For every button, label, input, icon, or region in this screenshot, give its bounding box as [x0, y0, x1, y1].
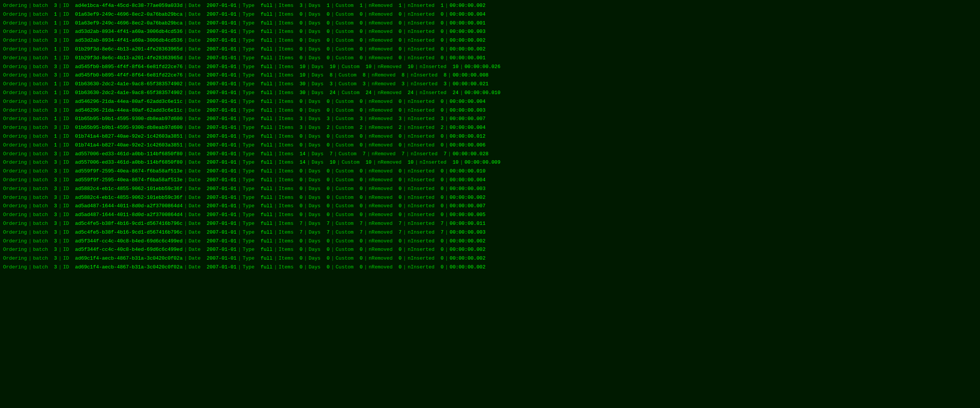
field-custom-label: Custom: [336, 54, 354, 62]
field-days-val: 0: [327, 107, 330, 115]
field-dtype-val: full: [261, 176, 273, 184]
field-type: Ordering: [3, 176, 27, 184]
field-batch-val: 1: [54, 141, 57, 150]
log-row: Ordering|batch 3|ID ad546296-21da-44ea-8…: [0, 98, 980, 106]
field-type: Ordering: [3, 185, 27, 193]
field-nremoved-label: nRemoved: [369, 185, 392, 193]
field-ninserted-label: nInserted: [411, 72, 438, 80]
field-batch-val: 1: [54, 80, 57, 88]
field-batch-val: 3: [54, 237, 57, 245]
field-date-label: Date: [189, 28, 201, 36]
field-items-label: Items: [279, 63, 294, 71]
log-row: Ordering|batch 1|ID 01b29f3d-8e6c-4b13-a…: [0, 54, 980, 63]
field-custom-label: Custom: [336, 255, 354, 263]
field-ninserted-label: nInserted: [408, 46, 434, 54]
field-items-label: Items: [279, 167, 294, 176]
field-days-label: Days: [309, 211, 320, 219]
field-ninserted-val: 0: [441, 98, 444, 106]
field-items-label: Items: [279, 80, 294, 88]
field-ninserted-label: nInserted: [408, 37, 434, 45]
field-type: Ordering: [3, 263, 27, 271]
field-batch-val: 3: [54, 211, 57, 219]
field-ninserted-val: 0: [441, 263, 444, 271]
field-time-val: 00:00:00.002: [450, 194, 486, 202]
field-time-val: 00:00:00.026: [465, 63, 501, 71]
field-days-label: Days: [309, 263, 320, 271]
field-type-label: Type: [243, 255, 255, 263]
field-nremoved-label: nRemoved: [369, 255, 392, 263]
field-batch-label: batch: [33, 159, 48, 167]
field-date-label: Date: [189, 37, 201, 45]
field-days-val: 0: [327, 54, 330, 62]
field-date-label: Date: [189, 202, 201, 210]
field-date-val: 2007-01-01: [207, 11, 237, 19]
field-nremoved-val: 0: [399, 194, 402, 202]
field-batch-val: 1: [54, 54, 57, 62]
field-time-val: 00:00:00.012: [450, 133, 486, 141]
field-date-label: Date: [189, 150, 201, 158]
field-batch-val: 3: [54, 263, 57, 271]
field-date-label: Date: [189, 246, 201, 254]
field-id-val: ad5882c4-eb1c-4855-9062-101ebb59c36f: [75, 194, 183, 202]
field-time-val: 00:00:00.003: [450, 185, 486, 193]
field-days-label: Days: [309, 20, 320, 28]
field-date-label: Date: [189, 167, 201, 176]
field-date-val: 2007-01-01: [207, 237, 237, 245]
field-type: Ordering: [3, 20, 27, 28]
log-row: Ordering|batch 1|ID 01b63630-2dc2-4a1e-9…: [0, 89, 980, 98]
field-nremoved-val: 10: [408, 63, 414, 71]
field-batch-label: batch: [33, 220, 48, 228]
field-items-label: Items: [279, 28, 294, 36]
log-row: Ordering|batch 3|ID ad5c4fe5-b38f-4b16-9…: [0, 219, 980, 228]
field-days-val: 7: [330, 150, 333, 158]
field-items-val: 0: [300, 54, 303, 62]
field-time-val: 00:00:00.011: [450, 220, 486, 228]
field-ninserted-label: nInserted: [408, 255, 434, 263]
field-ninserted-label: nInserted: [408, 167, 434, 176]
field-ninserted-val: 0: [441, 133, 444, 141]
field-batch-label: batch: [33, 107, 48, 115]
field-type: Ordering: [3, 11, 27, 19]
field-date-label: Date: [189, 141, 201, 150]
field-id-label: ID: [63, 159, 69, 167]
field-type-label: Type: [243, 28, 255, 36]
field-batch-val: 3: [54, 150, 57, 158]
field-ninserted-val: 0: [441, 37, 444, 45]
field-days-val: 0: [327, 202, 330, 210]
field-batch-label: batch: [33, 37, 48, 45]
field-batch-val: 3: [54, 194, 57, 202]
field-items-val: 0: [300, 133, 303, 141]
field-time-val: 00:00:00.003: [450, 107, 486, 115]
field-ninserted-label: nInserted: [420, 89, 446, 97]
field-custom-val: 7: [363, 150, 366, 158]
field-date-val: 2007-01-01: [207, 229, 237, 237]
field-id-label: ID: [63, 54, 69, 62]
field-ninserted-val: 0: [441, 255, 444, 263]
field-days-val: 0: [327, 194, 330, 202]
field-type: Ordering: [3, 150, 27, 158]
field-nremoved-label: nRemoved: [369, 220, 392, 228]
field-date-label: Date: [189, 176, 201, 184]
field-items-label: Items: [279, 107, 294, 115]
field-batch-val: 3: [54, 2, 57, 10]
field-custom-label: Custom: [336, 237, 354, 245]
log-row: Ordering|batch 3|ID ad5882c4-eb1c-4855-9…: [0, 193, 980, 202]
field-nremoved-val: 0: [399, 54, 402, 62]
field-custom-val: 0: [359, 246, 363, 254]
field-time-val: 00:00:00.002: [450, 37, 486, 45]
field-date-label: Date: [189, 194, 201, 202]
field-batch-label: batch: [33, 11, 48, 19]
field-time-val: 00:00:00.002: [450, 246, 486, 254]
field-items-val: 0: [300, 237, 303, 245]
field-custom-label: Custom: [336, 98, 354, 106]
field-custom-val: 3: [363, 80, 366, 88]
field-custom-val: 0: [359, 133, 363, 141]
field-days-val: 0: [327, 246, 330, 254]
field-type: Ordering: [3, 2, 27, 10]
field-id-label: ID: [63, 133, 69, 141]
field-items-label: Items: [279, 176, 294, 184]
field-nremoved-val: 0: [399, 46, 402, 54]
field-days-val: 0: [327, 211, 330, 219]
field-type-label: Type: [243, 89, 255, 97]
field-batch-val: 3: [54, 176, 57, 184]
